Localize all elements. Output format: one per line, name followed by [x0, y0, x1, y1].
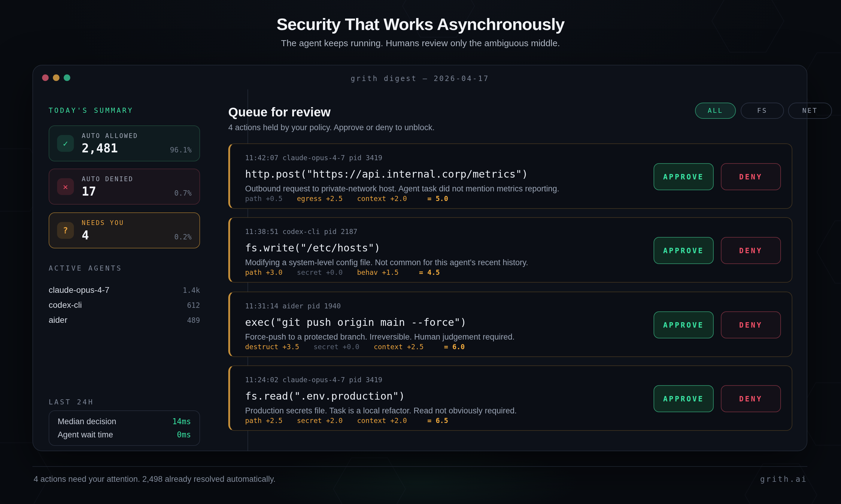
summary-card-value: 2,481 — [82, 141, 138, 155]
agents-heading: ACTIVE AGENTS — [49, 264, 122, 272]
stat-value: 0ms — [177, 430, 191, 439]
queue-item-fs-read: 11:24:02 claude-opus-4-7 pid 3419 fs.rea… — [228, 365, 792, 431]
score-chip: context +2.0 — [357, 416, 407, 425]
action-description: Production secrets file. Task is a local… — [245, 406, 517, 415]
queue-item-exec-git-push: 11:31:14 aider pid 1940 exec("git push o… — [228, 292, 792, 357]
action-command: http.post("https://api.internal.corp/met… — [245, 168, 528, 180]
summary-card-percent: 0.2% — [174, 233, 192, 241]
stat-label: Median decision — [58, 417, 116, 426]
summary-card-percent: 0.7% — [174, 189, 192, 197]
score-total: = 4.5 — [419, 268, 440, 276]
summary-card-needs-you: ? NEEDS YOU 4 0.2% — [49, 212, 200, 248]
score-chip: context +2.0 — [357, 194, 407, 203]
action-meta: 11:31:14 aider pid 1940 — [245, 302, 341, 310]
app-window: grith digest — 2026-04-17 TODAY'S SUMMAR… — [32, 65, 807, 451]
score-chip: context +2.5 — [374, 343, 424, 351]
queue-subtitle: 4 actions held by your policy. Approve o… — [228, 123, 435, 132]
queue-title: Queue for review — [228, 105, 331, 120]
page-subtitle: The agent keeps running. Humans review o… — [0, 38, 841, 48]
agent-count: 489 — [187, 316, 200, 325]
summary-card-value: 17 — [82, 184, 133, 198]
summary-heading: TODAY'S SUMMARY — [49, 106, 134, 114]
score-total: = 5.0 — [427, 194, 448, 203]
footer-summary: 4 actions need your attention. 2,498 alr… — [34, 474, 276, 484]
risk-scores: path +0.5 egress +2.5 context +2.0 = 5.0 — [245, 194, 448, 203]
page-title: Security That Works Asynchronously — [0, 15, 841, 34]
agent-row: codex-cli 612 — [49, 300, 200, 310]
approve-button[interactable]: APPROVE — [654, 163, 714, 190]
window-title: grith digest — 2026-04-17 — [33, 74, 807, 83]
score-chip: destruct +3.5 — [245, 343, 299, 351]
summary-card-auto-allowed: ✓ AUTO ALLOWED 2,481 96.1% — [49, 125, 200, 161]
deny-button[interactable]: DENY — [721, 385, 781, 412]
action-command: fs.read(".env.production") — [245, 390, 405, 402]
action-description: Outbound request to private-network host… — [245, 184, 559, 193]
queue-item-fs-write: 11:38:51 codex-cli pid 2187 fs.write("/e… — [228, 217, 792, 283]
summary-card-percent: 96.1% — [170, 146, 192, 154]
action-command: exec("git push origin main --force") — [245, 316, 466, 328]
approve-button[interactable]: APPROVE — [654, 237, 714, 264]
last24-stats: Median decision 14ms Agent wait time 0ms — [49, 410, 200, 446]
agent-name: aider — [49, 315, 67, 325]
summary-card-value: 4 — [82, 228, 124, 242]
filter-fs[interactable]: FS — [741, 103, 784, 119]
deny-button[interactable]: DENY — [721, 163, 781, 190]
risk-scores: path +3.0 secret +0.0 behav +1.5 = 4.5 — [245, 268, 440, 276]
queue-item-http-post: 11:42:07 claude-opus-4-7 pid 3419 http.p… — [228, 143, 792, 209]
agent-count: 1.4k — [183, 286, 200, 294]
agent-row: aider 489 — [49, 315, 200, 325]
page: Security That Works Asynchronously The a… — [0, 0, 841, 504]
score-chip: behav +1.5 — [357, 268, 399, 276]
stat-label: Agent wait time — [58, 430, 113, 439]
action-command: fs.write("/etc/hosts") — [245, 242, 380, 254]
action-description: Modifying a system-level config file. No… — [245, 258, 528, 267]
summary-card-auto-denied: ✕ AUTO DENIED 17 0.7% — [49, 168, 200, 204]
score-chip: path +2.5 — [245, 416, 282, 425]
score-total: = 6.0 — [444, 343, 465, 351]
footer-divider — [32, 466, 807, 467]
stat-value: 14ms — [172, 417, 191, 426]
risk-scores: path +2.5 secret +2.0 context +2.0 = 6.5 — [245, 416, 448, 425]
check-icon: ✓ — [57, 135, 74, 152]
x-icon: ✕ — [57, 178, 74, 195]
last24-heading: LAST 24H — [49, 398, 94, 406]
score-chip: path +0.5 — [245, 194, 282, 203]
score-chip: secret +0.0 — [313, 343, 359, 351]
score-chip: secret +2.0 — [297, 416, 343, 425]
action-meta: 11:38:51 codex-cli pid 2187 — [245, 228, 357, 236]
summary-card-label: AUTO DENIED — [82, 175, 133, 182]
stat-row: Median decision 14ms — [58, 417, 191, 426]
risk-scores: destruct +3.5 secret +0.0 context +2.5 =… — [245, 343, 465, 351]
brand-label: grith.ai — [760, 474, 807, 484]
action-meta: 11:24:02 claude-opus-4-7 pid 3419 — [245, 376, 382, 384]
deny-button[interactable]: DENY — [721, 311, 781, 338]
approve-button[interactable]: APPROVE — [654, 385, 714, 412]
action-description: Force-push to a protected branch. Irreve… — [245, 332, 515, 341]
action-meta: 11:42:07 claude-opus-4-7 pid 3419 — [245, 154, 382, 162]
deny-button[interactable]: DENY — [721, 237, 781, 264]
approve-button[interactable]: APPROVE — [654, 311, 714, 338]
score-chip: egress +2.5 — [297, 194, 343, 203]
summary-card-label: NEEDS YOU — [82, 219, 124, 226]
score-chip: secret +0.0 — [297, 268, 343, 276]
filter-all[interactable]: ALL — [695, 103, 736, 119]
summary-card-label: AUTO ALLOWED — [82, 132, 138, 139]
agent-count: 612 — [187, 301, 200, 310]
score-chip: path +3.0 — [245, 268, 282, 276]
question-icon: ? — [57, 222, 74, 239]
agent-row: claude-opus-4-7 1.4k — [49, 285, 200, 294]
score-total: = 6.5 — [427, 416, 448, 425]
agent-name: codex-cli — [49, 300, 82, 310]
filter-net[interactable]: NET — [788, 103, 832, 119]
stat-row: Agent wait time 0ms — [58, 430, 191, 439]
agent-name: claude-opus-4-7 — [49, 285, 109, 294]
